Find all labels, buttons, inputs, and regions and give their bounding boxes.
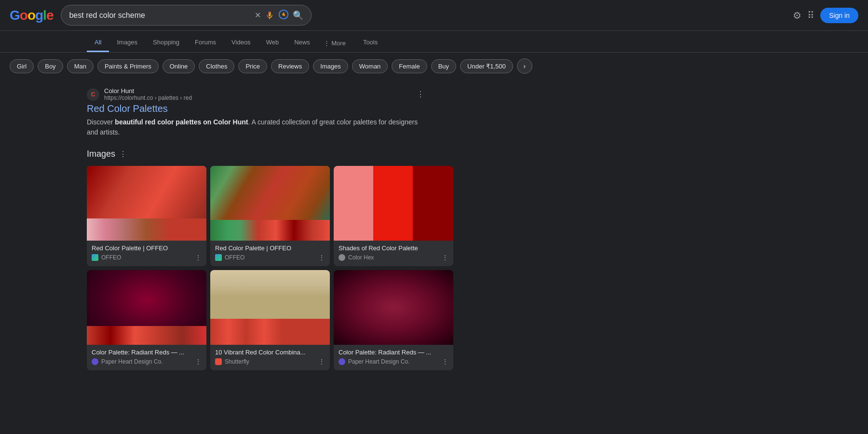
image-title-1: Red Color Palette | OFFEO xyxy=(92,244,202,252)
search-input[interactable] xyxy=(69,11,251,20)
voice-search-icon[interactable] xyxy=(265,11,274,20)
image-card-3[interactable]: Shades of Red Color Palette Color Hex ⋮ xyxy=(334,166,453,266)
chip-under[interactable]: Under ₹1,500 xyxy=(460,59,513,73)
main-content: C Color Hunt https://colorhunt.co › pale… xyxy=(0,80,868,380)
image-thumb-3 xyxy=(334,166,453,241)
google-lens-icon[interactable] xyxy=(278,9,289,21)
image-source-row-4: Paper Heart Design Co. ⋮ xyxy=(92,358,202,366)
image-meta-4: Color Palette: Radiant Reds — ... Paper … xyxy=(87,345,206,370)
tab-forums[interactable]: Forums xyxy=(187,34,224,52)
shutterfly-favicon xyxy=(215,358,222,365)
chip-boy[interactable]: Boy xyxy=(38,59,63,73)
header: Google ✕ xyxy=(0,0,868,31)
result-source-info: Color Hunt https://colorhunt.co › palett… xyxy=(104,87,192,101)
image-source-left-4: Paper Heart Design Co. xyxy=(92,358,163,365)
image-source-row-2: OFFEO ⋮ xyxy=(215,254,325,261)
image-menu-3[interactable]: ⋮ xyxy=(442,254,448,261)
more-nav-button[interactable]: ⋮ More xyxy=(318,35,352,52)
image-title-3: Shades of Red Color Palette xyxy=(339,244,448,252)
result-source-row: C Color Hunt https://colorhunt.co › pale… xyxy=(87,87,424,101)
image-source-left-6: Paper Heart Design Co. xyxy=(339,358,409,365)
chip-paints[interactable]: Paints & Primers xyxy=(97,59,159,73)
image-thumb-5 xyxy=(210,270,330,345)
result-site-name: Color Hunt xyxy=(104,87,192,95)
images-section-header: Images ⋮ xyxy=(87,149,453,159)
result-more-button[interactable]: ⋮ xyxy=(417,90,424,99)
image-menu-2[interactable]: ⋮ xyxy=(318,254,325,261)
offeo-favicon-2 xyxy=(215,254,222,261)
result-favicon: C xyxy=(87,88,99,101)
images-more-icon[interactable]: ⋮ xyxy=(119,149,127,159)
image-source-row-1: OFFEO ⋮ xyxy=(92,254,202,261)
image-meta-3: Shades of Red Color Palette Color Hex ⋮ xyxy=(334,241,453,266)
images-section-title: Images xyxy=(87,149,115,159)
result-url: https://colorhunt.co › palettes › red xyxy=(104,95,192,101)
tab-videos[interactable]: Videos xyxy=(224,34,258,52)
image-source-name-4: Paper Heart Design Co. xyxy=(101,358,163,365)
image-title-2: Red Color Palette | OFFEO xyxy=(215,244,325,252)
chip-reviews[interactable]: Reviews xyxy=(271,59,309,73)
chip-female[interactable]: Female xyxy=(392,59,427,73)
chip-clothes[interactable]: Clothes xyxy=(199,59,234,73)
tab-tools[interactable]: Tools xyxy=(355,34,385,52)
image-menu-5[interactable]: ⋮ xyxy=(318,358,325,366)
chip-woman[interactable]: Woman xyxy=(352,59,388,73)
colorhex-favicon xyxy=(339,254,345,261)
images-section: Images ⋮ Red Color Palette | OFFEO OFFEO… xyxy=(87,149,453,370)
header-right: ⚙ ⠿ Sign in xyxy=(793,8,858,23)
image-card-5[interactable]: 10 Vibrant Red Color Combina... Shutterf… xyxy=(210,270,330,370)
tab-images[interactable]: Images xyxy=(109,34,145,52)
image-meta-2: Red Color Palette | OFFEO OFFEO ⋮ xyxy=(210,241,330,266)
image-card-6[interactable]: Color Palette: Radiant Reds — ... Paper … xyxy=(334,270,453,370)
chip-girl[interactable]: Girl xyxy=(10,59,34,73)
clear-button[interactable]: ✕ xyxy=(255,11,261,20)
image-title-6: Color Palette: Radiant Reds — ... xyxy=(339,349,448,356)
chip-price[interactable]: Price xyxy=(238,59,267,73)
image-source-name-1: OFFEO xyxy=(101,254,121,261)
image-source-row-6: Paper Heart Design Co. ⋮ xyxy=(339,358,448,366)
sign-in-button[interactable]: Sign in xyxy=(820,8,858,23)
chip-buy[interactable]: Buy xyxy=(431,59,456,73)
chip-man[interactable]: Man xyxy=(67,59,94,73)
image-card-2[interactable]: Red Color Palette | OFFEO OFFEO ⋮ xyxy=(210,166,330,266)
image-source-left-3: Color Hex xyxy=(339,254,374,261)
image-title-4: Color Palette: Radiant Reds — ... xyxy=(92,349,202,356)
image-source-row-5: Shutterfly ⋮ xyxy=(215,358,325,366)
result-title[interactable]: Red Color Palettes xyxy=(87,103,424,114)
apps-icon[interactable]: ⠿ xyxy=(807,10,814,21)
tab-web[interactable]: Web xyxy=(258,34,287,52)
tab-all[interactable]: All xyxy=(87,34,109,52)
chip-images[interactable]: Images xyxy=(313,59,348,73)
image-meta-6: Color Palette: Radiant Reds — ... Paper … xyxy=(334,345,453,370)
image-menu-6[interactable]: ⋮ xyxy=(442,358,448,366)
search-bar: ✕ 🔍 xyxy=(61,5,312,26)
image-source-name-6: Paper Heart Design Co. xyxy=(348,358,409,365)
image-source-left-2: OFFEO xyxy=(215,254,244,261)
image-card-4[interactable]: Color Palette: Radiant Reds — ... Paper … xyxy=(87,270,206,370)
image-meta-1: Red Color Palette | OFFEO OFFEO ⋮ xyxy=(87,241,206,266)
image-meta-5: 10 Vibrant Red Color Combina... Shutterf… xyxy=(210,345,330,370)
image-menu-4[interactable]: ⋮ xyxy=(195,358,202,366)
tab-shopping[interactable]: Shopping xyxy=(145,34,187,52)
google-logo: Google xyxy=(10,8,53,23)
settings-icon[interactable]: ⚙ xyxy=(793,10,801,21)
images-grid: Red Color Palette | OFFEO OFFEO ⋮ Red Co… xyxy=(87,166,453,370)
image-source-name-3: Color Hex xyxy=(348,254,374,261)
image-thumb-6 xyxy=(334,270,453,345)
svg-point-1 xyxy=(283,13,285,16)
image-thumb-4 xyxy=(87,270,206,345)
paper-favicon-2 xyxy=(339,358,345,365)
image-source-left-1: OFFEO xyxy=(92,254,121,261)
image-title-5: 10 Vibrant Red Color Combina... xyxy=(215,349,325,356)
tab-news[interactable]: News xyxy=(286,34,318,52)
image-source-name-2: OFFEO xyxy=(225,254,244,261)
search-result: C Color Hunt https://colorhunt.co › pale… xyxy=(87,87,424,137)
image-menu-1[interactable]: ⋮ xyxy=(195,254,202,261)
image-card-1[interactable]: Red Color Palette | OFFEO OFFEO ⋮ xyxy=(87,166,206,266)
image-source-name-5: Shutterfly xyxy=(225,358,249,365)
image-source-row-3: Color Hex ⋮ xyxy=(339,254,448,261)
paper-favicon-1 xyxy=(92,358,98,365)
chips-scroll-right[interactable]: › xyxy=(517,58,532,74)
chip-online[interactable]: Online xyxy=(163,59,195,73)
search-submit-icon[interactable]: 🔍 xyxy=(293,10,303,21)
